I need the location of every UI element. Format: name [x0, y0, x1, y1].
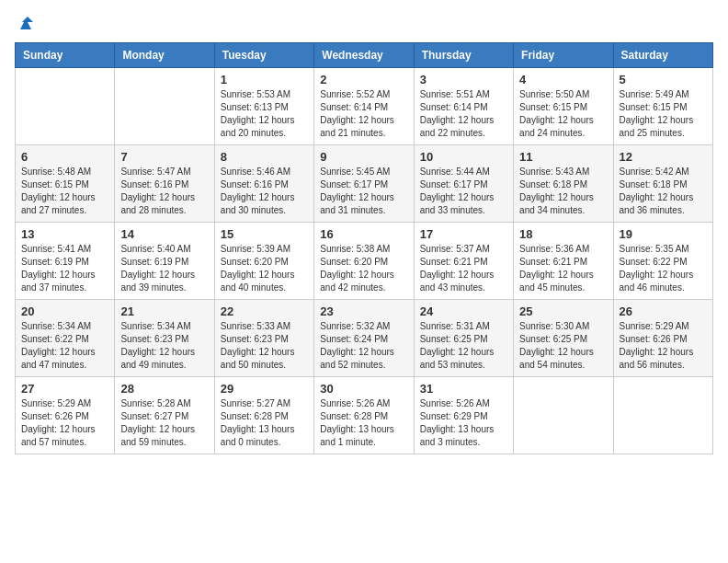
day-info: Sunrise: 5:30 AM Sunset: 6:25 PM Dayligh… [519, 320, 607, 372]
day-info: Sunrise: 5:32 AM Sunset: 6:24 PM Dayligh… [320, 320, 407, 372]
calendar-cell: 3Sunrise: 5:51 AM Sunset: 6:14 PM Daylig… [414, 68, 513, 145]
day-info: Sunrise: 5:31 AM Sunset: 6:25 PM Dayligh… [420, 320, 507, 372]
logo [15, 15, 35, 33]
calendar-cell: 7Sunrise: 5:47 AM Sunset: 6:16 PM Daylig… [115, 145, 214, 223]
day-number: 24 [420, 304, 507, 318]
day-info: Sunrise: 5:40 AM Sunset: 6:19 PM Dayligh… [120, 243, 208, 294]
day-info: Sunrise: 5:42 AM Sunset: 6:18 PM Dayligh… [620, 166, 707, 217]
header-monday: Monday [115, 43, 214, 68]
day-info: Sunrise: 5:29 AM Sunset: 6:26 PM Dayligh… [620, 320, 707, 372]
calendar-week-row: 27Sunrise: 5:29 AM Sunset: 6:26 PM Dayli… [16, 377, 713, 454]
calendar-cell: 22Sunrise: 5:33 AM Sunset: 6:23 PM Dayli… [214, 300, 313, 377]
day-info: Sunrise: 5:37 AM Sunset: 6:21 PM Dayligh… [420, 243, 507, 294]
day-number: 14 [120, 227, 208, 241]
day-number: 4 [519, 73, 607, 86]
calendar-cell [115, 68, 214, 145]
day-info: Sunrise: 5:27 AM Sunset: 6:28 PM Dayligh… [221, 397, 308, 449]
calendar-header-row: SundayMondayTuesdayWednesdayThursdayFrid… [16, 43, 713, 68]
calendar-week-row: 20Sunrise: 5:34 AM Sunset: 6:22 PM Dayli… [16, 300, 713, 377]
day-number: 23 [320, 304, 407, 318]
day-info: Sunrise: 5:35 AM Sunset: 6:22 PM Dayligh… [620, 243, 707, 294]
calendar-cell: 14Sunrise: 5:40 AM Sunset: 6:19 PM Dayli… [115, 223, 214, 300]
calendar-cell: 18Sunrise: 5:36 AM Sunset: 6:21 PM Dayli… [514, 223, 613, 300]
calendar-cell: 16Sunrise: 5:38 AM Sunset: 6:20 PM Dayli… [314, 223, 414, 300]
calendar-cell: 26Sunrise: 5:29 AM Sunset: 6:26 PM Dayli… [613, 300, 712, 377]
calendar-cell: 15Sunrise: 5:39 AM Sunset: 6:20 PM Dayli… [214, 223, 313, 300]
day-info: Sunrise: 5:36 AM Sunset: 6:21 PM Dayligh… [519, 243, 607, 294]
header-friday: Friday [514, 43, 613, 68]
day-number: 7 [120, 150, 208, 164]
calendar-cell: 8Sunrise: 5:46 AM Sunset: 6:16 PM Daylig… [214, 145, 313, 223]
calendar-cell: 25Sunrise: 5:30 AM Sunset: 6:25 PM Dayli… [514, 300, 613, 377]
calendar-cell: 4Sunrise: 5:50 AM Sunset: 6:15 PM Daylig… [514, 68, 613, 145]
calendar-cell: 21Sunrise: 5:34 AM Sunset: 6:23 PM Dayli… [115, 300, 214, 377]
header-thursday: Thursday [414, 43, 513, 68]
day-number: 1 [221, 73, 308, 86]
logo-area [15, 15, 35, 33]
day-number: 31 [420, 382, 507, 396]
day-number: 5 [620, 73, 707, 86]
calendar-cell: 28Sunrise: 5:28 AM Sunset: 6:27 PM Dayli… [115, 377, 214, 454]
calendar-cell [16, 68, 115, 145]
calendar-cell: 20Sunrise: 5:34 AM Sunset: 6:22 PM Dayli… [16, 300, 115, 377]
day-info: Sunrise: 5:45 AM Sunset: 6:17 PM Dayligh… [320, 166, 407, 217]
day-number: 16 [320, 227, 407, 241]
calendar-cell: 30Sunrise: 5:26 AM Sunset: 6:28 PM Dayli… [314, 377, 414, 454]
day-number: 30 [320, 382, 407, 396]
day-info: Sunrise: 5:47 AM Sunset: 6:16 PM Dayligh… [120, 166, 208, 217]
day-number: 18 [519, 227, 607, 241]
day-number: 9 [320, 150, 407, 164]
day-info: Sunrise: 5:34 AM Sunset: 6:23 PM Dayligh… [120, 320, 208, 372]
day-number: 26 [620, 304, 707, 318]
day-number: 21 [120, 304, 208, 318]
day-info: Sunrise: 5:28 AM Sunset: 6:27 PM Dayligh… [120, 397, 208, 449]
day-number: 15 [221, 227, 308, 241]
calendar-cell: 10Sunrise: 5:44 AM Sunset: 6:17 PM Dayli… [414, 145, 513, 223]
calendar-cell: 19Sunrise: 5:35 AM Sunset: 6:22 PM Dayli… [613, 223, 712, 300]
day-number: 29 [221, 382, 308, 396]
day-number: 6 [21, 150, 108, 164]
calendar-cell: 24Sunrise: 5:31 AM Sunset: 6:25 PM Dayli… [414, 300, 513, 377]
calendar-cell: 6Sunrise: 5:48 AM Sunset: 6:15 PM Daylig… [16, 145, 115, 223]
calendar-cell: 31Sunrise: 5:26 AM Sunset: 6:29 PM Dayli… [414, 377, 513, 454]
day-info: Sunrise: 5:48 AM Sunset: 6:15 PM Dayligh… [21, 166, 108, 217]
day-number: 20 [21, 304, 108, 318]
day-number: 25 [519, 304, 607, 318]
header-tuesday: Tuesday [214, 43, 313, 68]
day-number: 27 [21, 382, 108, 396]
header-wednesday: Wednesday [314, 43, 414, 68]
logo-icon [17, 15, 35, 33]
calendar-week-row: 13Sunrise: 5:41 AM Sunset: 6:19 PM Dayli… [16, 223, 713, 300]
day-number: 12 [620, 150, 707, 164]
day-number: 13 [21, 227, 108, 241]
day-number: 22 [221, 304, 308, 318]
header-sunday: Sunday [16, 43, 115, 68]
day-info: Sunrise: 5:43 AM Sunset: 6:18 PM Dayligh… [519, 166, 607, 217]
calendar-cell: 1Sunrise: 5:53 AM Sunset: 6:13 PM Daylig… [214, 68, 313, 145]
calendar-cell: 29Sunrise: 5:27 AM Sunset: 6:28 PM Dayli… [214, 377, 313, 454]
calendar-table: SundayMondayTuesdayWednesdayThursdayFrid… [15, 42, 713, 454]
day-number: 3 [420, 73, 507, 86]
day-info: Sunrise: 5:26 AM Sunset: 6:28 PM Dayligh… [320, 397, 407, 449]
day-info: Sunrise: 5:51 AM Sunset: 6:14 PM Dayligh… [420, 88, 507, 140]
day-info: Sunrise: 5:33 AM Sunset: 6:23 PM Dayligh… [221, 320, 308, 372]
day-info: Sunrise: 5:46 AM Sunset: 6:16 PM Dayligh… [221, 166, 308, 217]
day-info: Sunrise: 5:38 AM Sunset: 6:20 PM Dayligh… [320, 243, 407, 294]
calendar-cell: 9Sunrise: 5:45 AM Sunset: 6:17 PM Daylig… [314, 145, 414, 223]
day-info: Sunrise: 5:41 AM Sunset: 6:19 PM Dayligh… [21, 243, 108, 294]
calendar-cell: 17Sunrise: 5:37 AM Sunset: 6:21 PM Dayli… [414, 223, 513, 300]
calendar-cell: 13Sunrise: 5:41 AM Sunset: 6:19 PM Dayli… [16, 223, 115, 300]
day-info: Sunrise: 5:29 AM Sunset: 6:26 PM Dayligh… [21, 397, 108, 449]
calendar-cell: 2Sunrise: 5:52 AM Sunset: 6:14 PM Daylig… [314, 68, 414, 145]
svg-marker-1 [22, 17, 33, 22]
calendar-week-row: 6Sunrise: 5:48 AM Sunset: 6:15 PM Daylig… [16, 145, 713, 223]
day-number: 11 [519, 150, 607, 164]
day-number: 2 [320, 73, 407, 86]
day-number: 10 [420, 150, 507, 164]
calendar-cell: 27Sunrise: 5:29 AM Sunset: 6:26 PM Dayli… [16, 377, 115, 454]
day-info: Sunrise: 5:39 AM Sunset: 6:20 PM Dayligh… [221, 243, 308, 294]
calendar-cell: 11Sunrise: 5:43 AM Sunset: 6:18 PM Dayli… [514, 145, 613, 223]
day-info: Sunrise: 5:52 AM Sunset: 6:14 PM Dayligh… [320, 88, 407, 140]
header [15, 15, 713, 33]
day-info: Sunrise: 5:44 AM Sunset: 6:17 PM Dayligh… [420, 166, 507, 217]
